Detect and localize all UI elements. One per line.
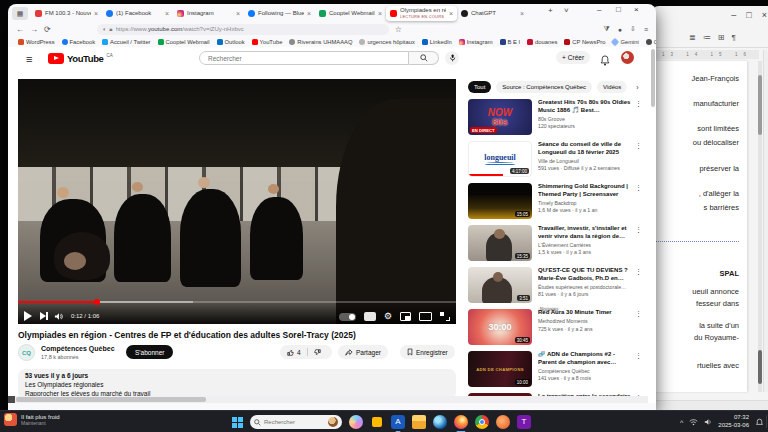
doc-indent-icon[interactable]: ⊞ <box>718 33 725 42</box>
tab-youtube-active[interactable]: Olympiades en région LECTURE EN COURS × <box>386 6 457 21</box>
suggestion-title[interactable]: QU'EST-CE QUE TU DEVIENS ? Marie-Ève Gad… <box>538 267 632 282</box>
chips-next-icon[interactable]: › <box>631 81 644 94</box>
bookmark-item[interactable]: ChatGPT <box>646 39 656 45</box>
start-button[interactable] <box>232 417 243 428</box>
suggestion-item[interactable]: ADN DE CHAMPIONS 10:00 🧬 ADN de Champion… <box>468 351 644 391</box>
taskbar-search-input[interactable] <box>264 419 324 425</box>
channel-name[interactable]: Compétences Québec <box>41 345 115 352</box>
page-scrollbar-thumb[interactable] <box>651 49 655 107</box>
profile-icon[interactable]: ● <box>618 26 622 33</box>
kebab-menu-icon[interactable]: ⋮ <box>635 184 642 192</box>
autoplay-toggle[interactable] <box>339 313 356 321</box>
youtube-logo[interactable]: YouTube CA <box>48 53 113 64</box>
volume-icon[interactable] <box>54 312 63 321</box>
doc-close-icon[interactable]: × <box>762 10 767 20</box>
suggestion-title[interactable]: Séance du conseil de ville de Longueuil … <box>538 141 632 156</box>
bookmark-item[interactable]: WordPress <box>18 39 55 45</box>
kebab-menu-icon[interactable]: ⋮ <box>635 268 642 276</box>
suggestion-item[interactable]: 30:00 30:45 Red Aura 30 Minute Timer Met… <box>468 309 644 349</box>
back-icon[interactable]: ← <box>16 25 24 34</box>
bookmark-item[interactable]: Riverains UHMAAAQ <box>289 39 352 45</box>
taskbar-search[interactable] <box>250 415 342 429</box>
chip-tout[interactable]: Tout <box>468 81 491 93</box>
doc-list-icon[interactable]: ≔ <box>703 33 711 42</box>
word-icon[interactable]: A <box>391 415 405 429</box>
suggestion-channel[interactable]: L'Événement Carrières <box>538 242 632 248</box>
chrome-icon[interactable] <box>475 415 489 429</box>
thumbs-down-icon[interactable] <box>314 349 321 356</box>
new-tab-button[interactable]: + <box>548 6 553 15</box>
weather-widget[interactable]: Il fait plus froid Maintenant <box>4 413 60 426</box>
video-thumbnail[interactable]: ADN DE CHAMPIONS 10:00 <box>468 351 532 387</box>
next-button[interactable] <box>40 312 46 320</box>
suggestion-item[interactable]: 15:05 Shimmering Gold Background | Theme… <box>468 183 644 223</box>
doc-paragraph-icon[interactable]: ¶ <box>731 33 735 42</box>
kebab-menu-icon[interactable]: ⋮ <box>635 226 642 234</box>
suggestion-channel[interactable]: Timely Backdrop <box>538 200 632 206</box>
video-thumbnail[interactable]: 15:35 <box>468 225 532 261</box>
bookmark-item[interactable]: Cooptel Webmail <box>158 39 210 45</box>
browser-close-icon[interactable]: × <box>634 5 639 14</box>
downloads-icon[interactable]: ⇩ <box>630 25 636 33</box>
chip-videos[interactable]: Vidéos <box>597 81 627 93</box>
suggestion-channel[interactable]: Methodized Moments <box>538 318 632 324</box>
suggestion-channel[interactable]: Études supérieures et postdoctorale… <box>538 284 632 290</box>
settings-gear-icon[interactable]: ⚙ <box>384 312 392 321</box>
tab-close-icon[interactable]: × <box>94 10 98 17</box>
store-icon[interactable] <box>370 415 384 429</box>
share-button[interactable]: Partager <box>338 345 388 359</box>
bookmark-item[interactable]: Gemini <box>612 39 638 45</box>
clock[interactable]: 07:32 2025-03-06 <box>718 414 749 430</box>
suggestion-title[interactable]: Travailler, investir, s'installer et ven… <box>538 225 632 240</box>
suggestion-title[interactable]: Red Aura 30 Minute Timer <box>538 309 632 317</box>
miniplayer-icon[interactable] <box>400 312 411 321</box>
progress-scrubber[interactable] <box>94 299 100 305</box>
create-button[interactable]: + Créer <box>556 51 590 64</box>
horizontal-scrollbar[interactable] <box>8 396 648 403</box>
suggestion-channel[interactable]: Compétences Québec <box>538 368 632 374</box>
search-input[interactable] <box>208 55 408 62</box>
document-window[interactable]: – □ × ≣ ≔ ⊞ ¶ 13 14 15 16 17 18 Jean-Fra… <box>651 6 768 414</box>
bookmark-star-icon[interactable]: ☆ <box>395 25 402 34</box>
progress-bar[interactable] <box>18 301 456 303</box>
horizontal-scrollbar-thumb[interactable] <box>16 397 206 402</box>
user-avatar[interactable] <box>621 51 634 64</box>
video-thumbnail[interactable]: longueuil 4:17:00 <box>468 141 532 177</box>
description-box[interactable]: 53 vues il y a 6 jours Les Olympiades ré… <box>18 369 456 399</box>
app-menu-icon[interactable]: ≡ <box>644 26 648 33</box>
thumbs-up-icon[interactable] <box>287 349 294 356</box>
kebab-menu-icon[interactable]: ⋮ <box>635 352 642 360</box>
page-scrollbar[interactable] <box>651 49 655 401</box>
suggestion-item[interactable]: NOW80s EN DIRECT Greatest Hits 70s 80s 9… <box>468 99 644 139</box>
tab-close-icon[interactable]: × <box>378 10 382 17</box>
bookmark-item[interactable]: LinkedIn <box>422 39 452 45</box>
file-explorer-icon[interactable] <box>412 415 426 429</box>
tab-cooptel[interactable]: Cooptel Webmail : B…× <box>315 6 386 20</box>
doc-scrollbar-thumb[interactable] <box>758 75 762 135</box>
bookmark-item[interactable]: Facebook <box>62 39 95 45</box>
bookmark-item[interactable]: Outlook <box>217 39 245 45</box>
channel-avatar[interactable]: CQ <box>18 344 35 361</box>
volume-tray-icon[interactable] <box>704 418 712 426</box>
suggestion-item[interactable]: 3:51 QU'EST-CE QUE TU DEVIENS ? Marie-Èv… <box>468 267 644 307</box>
forward-icon[interactable]: → <box>30 25 38 34</box>
bookmark-item[interactable]: YouTube <box>252 39 283 45</box>
doc-scrollbar-lower[interactable] <box>758 350 762 384</box>
fullscreen-icon[interactable] <box>440 312 450 321</box>
save-button[interactable]: Enregistrer <box>400 345 455 359</box>
play-button[interactable] <box>24 311 32 321</box>
subscribe-button[interactable]: S'abonner <box>126 345 173 359</box>
browser-maximize-icon[interactable]: □ <box>616 5 621 14</box>
doc-page[interactable]: Jean-François manufacturier sont limitée… <box>651 61 747 392</box>
tab-fm1003[interactable]: FM 100.3 - Nouvelles× <box>31 6 102 20</box>
chip-source[interactable]: Source : Compétences Québec <box>496 81 592 93</box>
bookmark-item[interactable]: B E I <box>500 39 521 45</box>
edge-icon[interactable] <box>433 415 447 429</box>
video-thumbnail[interactable]: NOW80s EN DIRECT <box>468 99 532 135</box>
bookmark-item[interactable]: urgences hôpitaux <box>359 39 414 45</box>
suggestion-title[interactable]: Shimmering Gold Background | Themed Part… <box>538 183 632 198</box>
video-thumbnail[interactable]: 30:00 30:45 <box>468 309 532 345</box>
reload-icon[interactable]: ⟳ <box>44 25 51 34</box>
bookmark-item[interactable]: douanes <box>527 39 557 45</box>
tab-close-icon[interactable]: × <box>520 10 524 17</box>
